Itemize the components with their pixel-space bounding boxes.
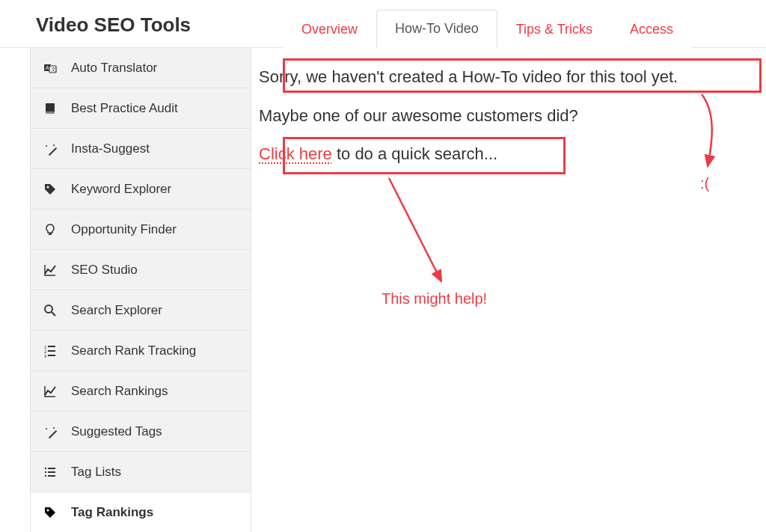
sidebar-item-search-explorer[interactable]: Search Explorer: [30, 290, 251, 331]
sidebar-item-suggested-tags[interactable]: Suggested Tags: [30, 412, 251, 452]
sidebar-item-label: Search Rank Tracking: [71, 343, 196, 358]
sidebar-item-insta-suggest[interactable]: Insta-Suggest: [30, 129, 251, 169]
sidebar-item-tag-rankings[interactable]: Tag Rankings: [30, 492, 251, 532]
sidebar-item-search-rank-tracking[interactable]: Search Rank Tracking: [30, 331, 251, 371]
wand-icon: [43, 141, 58, 156]
tag-icon: [43, 505, 58, 520]
sidebar-item-label: Best Practice Audit: [71, 101, 178, 116]
chart-line-icon: [43, 384, 58, 399]
sidebar-item-label: Tag Lists: [71, 465, 121, 480]
tab-access[interactable]: Access: [611, 10, 692, 48]
page-title: Video SEO Tools: [36, 13, 283, 47]
search-icon: [43, 303, 58, 318]
list-icon: [43, 465, 58, 480]
sidebar-item-label: Search Explorer: [71, 303, 162, 318]
tag-icon: [43, 182, 58, 197]
tab-tips-tricks[interactable]: Tips & Tricks: [497, 10, 611, 48]
sidebar-item-tag-lists[interactable]: Tag Lists: [30, 452, 251, 492]
sidebar-item-label: Search Rankings: [71, 384, 168, 399]
list-ordered-icon: [43, 343, 58, 358]
tab-how-to-video[interactable]: How-To Video: [376, 10, 497, 48]
sidebar-item-label: Auto Translator: [71, 61, 157, 76]
message-line-3-rest: to do a quick search...: [332, 144, 497, 163]
translate-icon: [43, 61, 58, 76]
sidebar-item-label: Suggested Tags: [71, 424, 162, 439]
sidebar-item-seo-studio[interactable]: SEO Studio: [30, 250, 251, 290]
click-here-link[interactable]: Click here: [259, 144, 332, 163]
sidebar: Auto TranslatorBest Practice AuditInsta-…: [0, 48, 251, 532]
sidebar-item-label: SEO Studio: [71, 263, 138, 278]
message-line-3: Click here to do a quick search...: [259, 143, 759, 165]
message-line-1: Sorry, we haven't created a How-To video…: [259, 66, 759, 88]
sidebar-item-label: Insta-Suggest: [71, 141, 150, 156]
sidebar-item-auto-translator[interactable]: Auto Translator: [30, 48, 251, 88]
book-icon: [43, 101, 58, 116]
sidebar-item-opportunity-finder[interactable]: Opportunity Finder: [30, 210, 251, 250]
sidebar-item-label: Keyword Explorer: [71, 182, 171, 197]
wand-icon: [43, 424, 58, 439]
tab-overview[interactable]: Overview: [283, 10, 376, 48]
sidebar-item-search-rankings[interactable]: Search Rankings: [30, 371, 251, 412]
sidebar-item-keyword-explorer[interactable]: Keyword Explorer: [30, 169, 251, 210]
sidebar-item-label: Opportunity Finder: [71, 222, 177, 237]
content-panel: Sorry, we haven't created a How-To video…: [251, 48, 766, 532]
lightbulb-icon: [43, 222, 58, 237]
chart-line-icon: [43, 263, 58, 278]
sidebar-item-label: Tag Rankings: [71, 505, 153, 520]
tabs: Overview How-To Video Tips & Tricks Acce…: [283, 0, 692, 47]
sidebar-item-best-practice-audit[interactable]: Best Practice Audit: [30, 88, 251, 129]
message-line-2: Maybe one of our awesome customers did?: [259, 105, 759, 127]
